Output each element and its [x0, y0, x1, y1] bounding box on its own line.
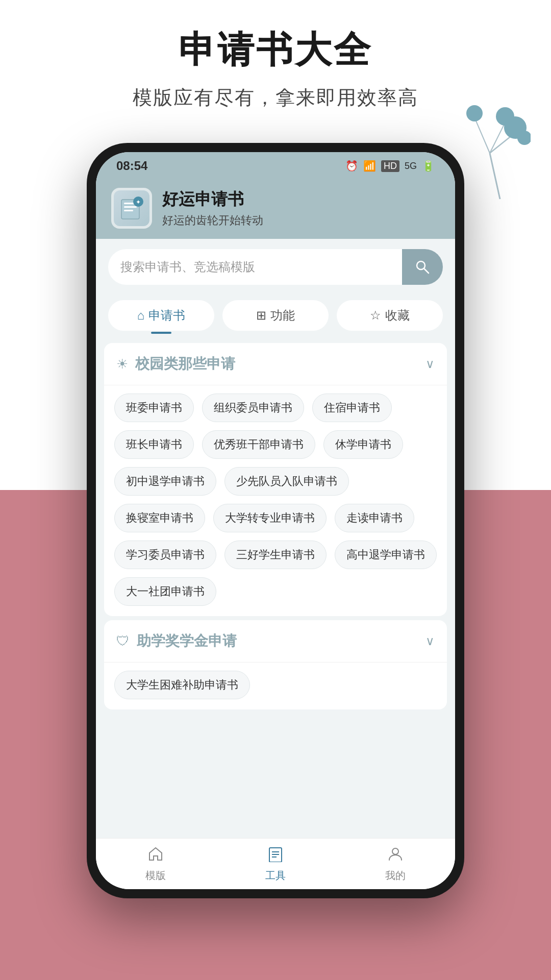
page-subtitle: 模版应有尽有，拿来即用效率高 — [0, 85, 551, 111]
svg-point-20 — [392, 848, 398, 854]
tag-xuexi[interactable]: 学习委员申请书 — [114, 541, 216, 569]
campus-tags: 班委申请书 组织委员申请书 住宿申请书 班长申请书 优秀班干部申请书 休学申请书… — [104, 385, 447, 616]
tag-zoudu[interactable]: 走读申请书 — [335, 504, 414, 532]
svg-line-15 — [424, 268, 429, 273]
page-title: 申请书大全 — [0, 26, 551, 75]
hd-badge: HD — [381, 160, 399, 172]
tag-sanhao[interactable]: 三好学生申请书 — [224, 541, 327, 569]
wifi-icon: 📶 — [363, 160, 376, 172]
svg-text:✦: ✦ — [136, 199, 141, 206]
tag-zhuanzhuan[interactable]: 大学转专业申请书 — [213, 504, 327, 532]
app-icon: ✦ — [111, 188, 152, 229]
chevron-down-icon: ∨ — [425, 357, 435, 371]
status-bar: 08:54 ⏰ 📶 HD 5G 🔋 — [96, 152, 455, 180]
tab-gongneng-label: 功能 — [270, 307, 295, 324]
alarm-icon: ⏰ — [345, 160, 358, 172]
home-icon: ⌂ — [137, 308, 145, 323]
nav-moban[interactable]: 模版 — [96, 846, 216, 883]
tab-shenqingshu-label: 申请书 — [148, 307, 185, 324]
category-campus-left: ☀ 校园类那些申请 — [116, 354, 235, 374]
phone-frame: 08:54 ⏰ 📶 HD 5G 🔋 — [87, 143, 464, 898]
tab-gongneng[interactable]: ⊞ 功能 — [222, 300, 329, 331]
nav-user-icon — [387, 846, 404, 866]
svg-line-0 — [490, 153, 500, 199]
tab-shoucang[interactable]: ☆ 收藏 — [337, 300, 443, 331]
phone-mockup: 08:54 ⏰ 📶 HD 5G 🔋 — [87, 143, 464, 898]
nav-wode[interactable]: 我的 — [335, 846, 455, 883]
nav-tool-icon — [267, 846, 284, 866]
search-bar[interactable]: 搜索申请书、竞选稿模版 — [108, 249, 443, 285]
scholarship-tags: 大学生困难补助申请书 — [104, 663, 447, 709]
category-campus-title: 校园类那些申请 — [135, 354, 235, 374]
page-header: 申请书大全 模版应有尽有，拿来即用效率高 — [0, 26, 551, 111]
app-desc: 好运的齿轮开始转动 — [162, 213, 263, 228]
app-header: ✦ 好运申请书 好运的齿轮开始转动 — [96, 180, 455, 239]
search-button[interactable] — [402, 249, 443, 285]
svg-rect-11 — [124, 210, 133, 211]
tag-shaoxian[interactable]: 少先队员入队申请书 — [224, 467, 349, 496]
tag-xiuxue[interactable]: 休学申请书 — [323, 430, 403, 459]
sun-icon: ☀ — [116, 356, 128, 372]
tag-zhushu[interactable]: 住宿申请书 — [312, 394, 392, 422]
nav-gongju[interactable]: 工具 — [216, 846, 336, 883]
search-input[interactable]: 搜索申请书、竞选稿模版 — [108, 259, 402, 275]
star-icon: ☆ — [370, 308, 381, 323]
tab-shoucang-label: 收藏 — [385, 307, 410, 324]
app-info: 好运申请书 好运的齿轮开始转动 — [162, 188, 263, 228]
battery-icon: 🔋 — [422, 160, 435, 172]
category-campus-header[interactable]: ☀ 校园类那些申请 ∨ — [104, 343, 447, 385]
tag-zuzhi[interactable]: 组织委员申请书 — [202, 394, 304, 422]
tag-chuzhong[interactable]: 初中退学申请书 — [114, 467, 216, 496]
tag-kunnan[interactable]: 大学生困难补助申请书 — [114, 671, 250, 699]
bottom-nav: 模版 工具 — [96, 838, 455, 889]
tag-banceiapplying[interactable]: 班委申请书 — [114, 394, 194, 422]
scrollable-content: ☀ 校园类那些申请 ∨ 班委申请书 组织委员申请书 住宿申请书 班长申请书 优秀… — [96, 339, 455, 838]
tag-huanqin[interactable]: 换寝室申请书 — [114, 504, 205, 532]
category-scholarship: 🛡 助学奖学金申请 ∨ 大学生困难补助申请书 — [104, 620, 447, 709]
category-scholarship-left: 🛡 助学奖学金申请 — [116, 631, 237, 651]
tab-shenqingshu[interactable]: ⌂ 申请书 — [108, 300, 214, 331]
chevron-down-icon-2: ∨ — [425, 634, 435, 648]
app-name: 好运申请书 — [162, 188, 263, 211]
search-area: 搜索申请书、竞选稿模版 — [96, 239, 455, 295]
shield-icon: 🛡 — [116, 633, 130, 649]
phone-screen: 08:54 ⏰ 📶 HD 5G 🔋 — [96, 152, 455, 889]
svg-line-3 — [474, 117, 490, 153]
svg-line-2 — [490, 122, 505, 153]
status-icons: ⏰ 📶 HD 5G 🔋 — [345, 160, 435, 172]
svg-rect-10 — [124, 206, 137, 208]
category-scholarship-title: 助学奖学金申请 — [137, 631, 237, 651]
tag-banzhang[interactable]: 班长申请书 — [114, 430, 194, 459]
tabs-area: ⌂ 申请书 ⊞ 功能 ☆ 收藏 — [96, 295, 455, 339]
network-icon: 5G — [405, 161, 417, 172]
grid-icon: ⊞ — [256, 308, 266, 323]
tag-youxiu[interactable]: 优秀班干部申请书 — [202, 430, 315, 459]
nav-gongju-label: 工具 — [265, 869, 286, 883]
nav-home-icon — [147, 846, 164, 866]
tag-dayi[interactable]: 大一社团申请书 — [114, 577, 216, 606]
tag-gaozhong[interactable]: 高中退学申请书 — [335, 541, 437, 569]
nav-wode-label: 我的 — [385, 869, 406, 883]
nav-moban-label: 模版 — [145, 869, 166, 883]
category-scholarship-header[interactable]: 🛡 助学奖学金申请 ∨ — [104, 620, 447, 663]
category-campus: ☀ 校园类那些申请 ∨ 班委申请书 组织委员申请书 住宿申请书 班长申请书 优秀… — [104, 343, 447, 616]
status-time: 08:54 — [116, 159, 147, 173]
